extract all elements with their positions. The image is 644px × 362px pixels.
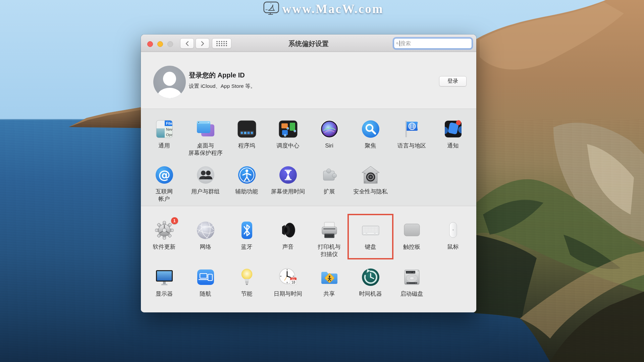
pref-tile-label: Siri bbox=[325, 142, 333, 149]
pref-tile-timemachine[interactable]: 时间机器 bbox=[350, 266, 391, 298]
search-input[interactable] bbox=[400, 41, 470, 47]
pref-tile-label: 显示器 bbox=[156, 290, 173, 298]
search-field[interactable] bbox=[394, 38, 472, 49]
pref-tile-update[interactable]: 1软件更新 bbox=[144, 220, 185, 258]
pref-tile-printers[interactable]: 打印机与 扫描仪 bbox=[309, 220, 350, 258]
pref-tile-label: 屏幕使用时间 bbox=[271, 188, 305, 195]
pref-tile-label: 随航 bbox=[200, 290, 211, 298]
svg-text:File: File bbox=[166, 121, 172, 125]
pref-tile-label: 互联网 帐户 bbox=[156, 188, 173, 203]
displays-icon bbox=[154, 266, 175, 288]
pref-tile-users[interactable]: 用户与群组 bbox=[185, 164, 226, 203]
icon-row-3: 1软件更新网络蓝牙声音打印机与 扫描仪键盘触控板鼠标 bbox=[144, 220, 474, 258]
pref-tile-displays[interactable]: 显示器 bbox=[144, 266, 185, 298]
pref-tile-sharing[interactable]: 共享 bbox=[309, 266, 350, 298]
pref-tile-screentime[interactable]: 屏幕使用时间 bbox=[267, 164, 309, 203]
pref-tile-extensions[interactable]: 扩展 bbox=[309, 164, 350, 203]
svg-text:@: @ bbox=[158, 168, 170, 182]
icon-row-2: @互联网 帐户用户与群组辅助功能屏幕使用时间扩展安全性与隐私 bbox=[144, 164, 474, 203]
preferences-grid-top: FileNewOpe通用桌面与 屏幕保护程序程序坞调度中心Siri聚焦语言与地区… bbox=[141, 109, 476, 206]
pref-tile-label: 扩展 bbox=[324, 188, 335, 195]
icon-row-1: FileNewOpe通用桌面与 屏幕保护程序程序坞调度中心Siri聚焦语言与地区… bbox=[144, 118, 474, 157]
pref-tile-label: 打印机与 扫描仪 bbox=[318, 243, 341, 258]
pref-tile-spotlight[interactable]: 聚焦 bbox=[350, 118, 391, 157]
apple-id-section: 登录您的 Apple ID 设置 iCloud、App Store 等。 登录 bbox=[141, 52, 476, 109]
bluetooth-icon bbox=[236, 220, 258, 241]
datetime-icon: JUL18 bbox=[277, 266, 299, 288]
pref-tile-label: 节能 bbox=[241, 290, 253, 298]
pref-tile-accessibility[interactable]: 辅助功能 bbox=[226, 164, 267, 203]
notifications-icon bbox=[442, 118, 464, 140]
general-icon: FileNewOpe bbox=[154, 118, 175, 140]
search-icon bbox=[396, 41, 399, 46]
printers-icon bbox=[319, 220, 340, 241]
pref-tile-bluetooth[interactable]: 蓝牙 bbox=[226, 220, 267, 258]
users-icon bbox=[195, 164, 216, 186]
accessibility-icon bbox=[236, 164, 258, 186]
pref-tile-label: 聚焦 bbox=[365, 142, 376, 149]
pref-tile-general[interactable]: FileNewOpe通用 bbox=[144, 118, 185, 157]
avatar-head bbox=[163, 72, 176, 86]
pref-tile-label: 语言与地区 bbox=[397, 142, 426, 149]
pref-tile-label: 共享 bbox=[324, 290, 335, 298]
sign-in-button[interactable]: 登录 bbox=[439, 76, 467, 86]
watermark-text: www.MacW.com bbox=[282, 2, 384, 16]
apple-id-title: 登录您的 Apple ID bbox=[189, 71, 256, 80]
pref-tile-label: 鼠标 bbox=[447, 243, 459, 251]
pref-tile-label: 安全性与隐私 bbox=[354, 188, 388, 195]
pref-tile-network[interactable]: 网络 bbox=[185, 220, 226, 258]
siri-icon bbox=[319, 118, 340, 140]
pref-tile-energy[interactable]: 节能 bbox=[226, 266, 267, 298]
pref-tile-notifications[interactable]: 通知 bbox=[432, 118, 474, 157]
avatar-torso bbox=[157, 88, 182, 98]
desktop-icon bbox=[195, 118, 216, 140]
pref-tile-label: 程序坞 bbox=[238, 142, 255, 149]
pref-tile-label: 调度中心 bbox=[277, 142, 300, 149]
svg-text:18: 18 bbox=[291, 280, 295, 284]
pref-tile-missioncontrol[interactable]: 调度中心 bbox=[267, 118, 309, 157]
pref-tile-label: 启动磁盘 bbox=[400, 290, 423, 298]
pref-tile-internet[interactable]: @互联网 帐户 bbox=[144, 164, 185, 203]
pref-tile-dock[interactable]: 程序坞 bbox=[226, 118, 267, 157]
text-cursor bbox=[399, 41, 400, 46]
apple-id-subtitle: 设置 iCloud、App Store 等。 bbox=[189, 83, 256, 90]
sidecar-icon bbox=[195, 266, 216, 288]
timemachine-icon bbox=[360, 266, 381, 288]
pref-tile-label: 通用 bbox=[159, 142, 170, 149]
titlebar: 系统偏好设置 bbox=[141, 35, 476, 52]
avatar[interactable] bbox=[153, 66, 186, 98]
pref-tile-label: 辅助功能 bbox=[235, 188, 258, 195]
security-icon bbox=[360, 164, 381, 186]
pref-tile-datetime[interactable]: JUL18日期与时间 bbox=[267, 266, 309, 298]
pref-tile-startupdisk[interactable]: 启动磁盘 bbox=[391, 266, 432, 298]
update-icon: 1 bbox=[154, 220, 175, 241]
pref-tile-label: 软件更新 bbox=[153, 243, 176, 251]
pref-tile-keyboard[interactable]: 键盘 bbox=[350, 220, 391, 258]
screentime-icon bbox=[277, 164, 299, 186]
pref-tile-language[interactable]: 语言与地区 bbox=[391, 118, 432, 157]
pref-tile-security[interactable]: 安全性与隐私 bbox=[350, 164, 391, 203]
pref-tile-siri[interactable]: Siri bbox=[309, 118, 350, 157]
pref-tile-label: 网络 bbox=[200, 243, 211, 251]
pref-tile-mouse[interactable]: 鼠标 bbox=[432, 220, 474, 258]
pref-tile-label: 用户与群组 bbox=[191, 188, 220, 195]
pref-tile-desktop[interactable]: 桌面与 屏幕保护程序 bbox=[185, 118, 226, 157]
pref-tile-sidecar[interactable]: 随航 bbox=[185, 266, 226, 298]
system-preferences-window: 系统偏好设置 登录您的 Apple ID 设置 iCloud、App Store… bbox=[141, 35, 476, 312]
missioncontrol-icon bbox=[277, 118, 299, 140]
pref-tile-label: 通知 bbox=[447, 142, 459, 149]
highlight-box bbox=[347, 214, 393, 259]
language-icon bbox=[401, 118, 423, 140]
extensions-icon bbox=[319, 164, 340, 186]
pref-tile-label: 时间机器 bbox=[359, 290, 382, 298]
sharing-icon bbox=[319, 266, 340, 288]
pref-tile-label: 声音 bbox=[282, 243, 294, 251]
svg-text:Ope: Ope bbox=[166, 133, 173, 137]
pref-tile-label: 蓝牙 bbox=[241, 243, 253, 251]
icon-row-4: 显示器随航节能JUL18日期与时间共享时间机器启动磁盘 bbox=[144, 266, 474, 298]
pref-tile-sound[interactable]: 声音 bbox=[267, 220, 309, 258]
macw-logo-icon bbox=[263, 1, 280, 17]
dock-icon bbox=[236, 118, 258, 140]
trackpad-icon bbox=[401, 220, 423, 241]
pref-tile-trackpad[interactable]: 触控板 bbox=[391, 220, 432, 258]
